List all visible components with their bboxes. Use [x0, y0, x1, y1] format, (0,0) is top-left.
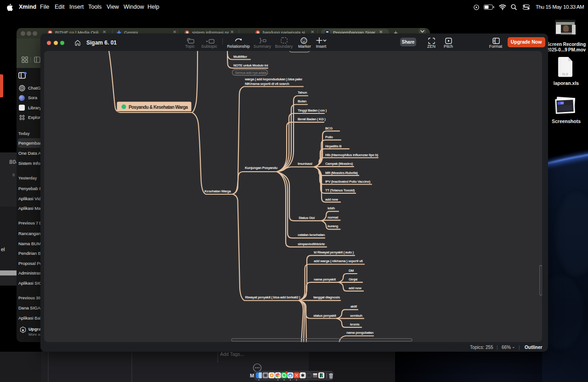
svg-text:normal: normal [328, 215, 338, 219]
svg-text:DM: DM [349, 269, 354, 273]
svg-text:sembuh: sembuh [350, 314, 362, 318]
svg-text:NIK/nama seperti di v6 search: NIK/nama seperti di v6 search [245, 82, 289, 86]
svg-text:Kunjungan Posyandu: Kunjungan Posyandu [245, 166, 278, 170]
svg-text:Polio: Polio [325, 135, 333, 139]
svg-text:Semua add nya adala...: Semua add nya adala... [235, 71, 269, 75]
svg-text:Tinggi Badan ( cm ): Tinggi Badan ( cm ) [298, 108, 327, 112]
svg-text:Hib (Haemophilus influenzae ti: Hib (Haemophilus influenzae tipe b) [325, 153, 379, 157]
svg-text:simpan/edit/delete: simpan/edit/delete [298, 242, 325, 246]
svg-text:Riwayat penyakit ( bisa add be: Riwayat penyakit ( bisa add berkali2 ) [245, 295, 301, 299]
svg-text:Id Riwayat penyakit ( auto ): Id Riwayat penyakit ( auto ) [314, 250, 354, 254]
svg-text:Tahun: Tahun [298, 90, 307, 95]
svg-text:add new: add new [325, 197, 338, 202]
svg-text:Status Gizi: Status Gizi [299, 216, 315, 220]
svg-text:kronis: kronis [350, 322, 360, 326]
svg-text:Hepatitis B: Hepatitis B [325, 144, 342, 148]
svg-text:Ginjal: Ginjal [349, 277, 357, 281]
svg-text:TT (Tetanus Toxoid): TT (Tetanus Toxoid) [325, 188, 355, 192]
svg-text:BCG: BCG [325, 126, 333, 130]
svg-text:Campak (Measles): Campak (Measles) [325, 162, 353, 166]
svg-text:MR (Measles-Rubella): MR (Measles-Rubella) [325, 171, 358, 175]
svg-text:lebih: lebih [328, 206, 335, 210]
svg-text:aktif: aktif [351, 304, 357, 309]
svg-text:IPV (Inactivated Polio Vaccine: IPV (Inactivated Polio Vaccine) [325, 180, 371, 184]
svg-text:Multifilter: Multifilter [233, 55, 247, 59]
svg-text:Imunisasi: Imunisasi [298, 162, 312, 166]
svg-text:warga ( add kependudukan ) bis: warga ( add kependudukan ) bisa pake [244, 77, 302, 81]
svg-text:XLS: XLS [562, 73, 568, 76]
svg-text:nama penyakit: nama penyakit [314, 277, 336, 281]
svg-text:catatan kesehatan: catatan kesehatan [298, 233, 325, 237]
svg-text:nama pengobatan: nama pengobatan [346, 331, 374, 335]
svg-text:kurang: kurang [328, 224, 339, 228]
svg-text:add new: add new [349, 286, 362, 290]
svg-text:NOTE untuk Module ini: NOTE untuk Module ini [233, 63, 268, 67]
svg-text:add warga ( nik/nama ) seperti: add warga ( nik/nama ) seperti v6 [314, 259, 363, 263]
svg-text:Berat Badan ( KG ): Berat Badan ( KG ) [298, 117, 326, 121]
svg-text:tanggal diagnosis: tanggal diagnosis [313, 295, 340, 299]
svg-text:Posyandu & Kesehatan Warga: Posyandu & Kesehatan Warga [129, 105, 188, 110]
svg-text:Kesehatan Warga: Kesehatan Warga [204, 189, 232, 193]
svg-text:status penyakit: status penyakit [313, 314, 336, 318]
svg-text:Bulan: Bulan [298, 99, 307, 103]
